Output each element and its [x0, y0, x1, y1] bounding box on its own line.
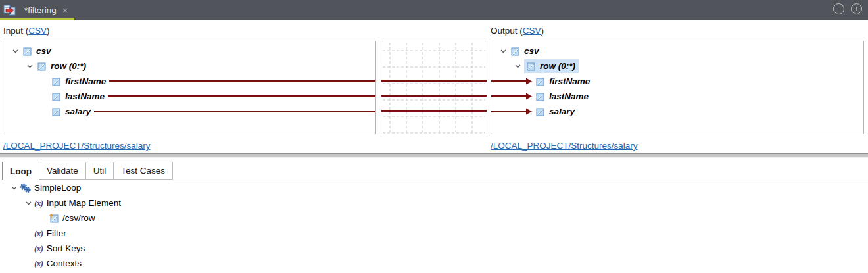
loop-tree: SimpleLoop(x)Input Map Element/csv/row(x…: [0, 180, 868, 271]
selected-node: row (0:*): [524, 59, 579, 73]
close-tab-icon[interactable]: ×: [62, 5, 68, 16]
element-icon: [510, 46, 520, 57]
connection-arrow: [491, 89, 535, 104]
minimize-view-button[interactable]: −: [833, 3, 844, 14]
xpath-icon: (x): [34, 243, 43, 254]
xpath-icon: (x): [34, 198, 43, 209]
node: salary: [535, 105, 575, 118]
connection-arrow: [491, 74, 535, 89]
mapping-file-icon: [3, 5, 16, 16]
node-label: SimpleLoop: [34, 183, 81, 193]
tree-node-contexts[interactable]: (x)Contexts: [0, 256, 868, 271]
node-label: row (0:*): [540, 61, 575, 71]
node: salary: [51, 105, 91, 118]
tree-node-sort-keys[interactable]: (x)Sort Keys: [0, 241, 868, 256]
node: csv: [22, 44, 51, 58]
tree-node-salary[interactable]: salary: [491, 104, 863, 119]
input-csv-link[interactable]: CSV: [28, 26, 47, 36]
expander-icon[interactable]: [8, 186, 20, 190]
maximize-view-button[interactable]: +: [851, 3, 862, 14]
output-header: Output (CSV): [491, 26, 544, 36]
node-label: Contexts: [47, 259, 82, 268]
element-icon: [525, 61, 536, 72]
connection-line: [94, 111, 375, 112]
tree-node-row-0[interactable]: row (0:*): [3, 59, 375, 74]
tree-node-simpleloop[interactable]: SimpleLoop: [0, 180, 868, 195]
node-label: /csv/row: [62, 213, 95, 223]
node: lastName: [51, 89, 105, 103]
tab-validate[interactable]: Validate: [39, 162, 86, 180]
mapping-canvas-grid: [381, 41, 487, 134]
tree-node-csv[interactable]: csv: [3, 43, 375, 59]
mapping-canvas[interactable]: [381, 41, 487, 134]
element-icon: [22, 46, 32, 57]
tree-node-firstname[interactable]: firstName: [491, 74, 863, 89]
node: csv: [510, 44, 539, 58]
tree-node-filter[interactable]: (x)Filter: [0, 226, 868, 241]
bottom-tab-bar: LoopValidateUtilTest Cases: [0, 162, 868, 180]
tree-node-csv[interactable]: csv: [491, 43, 863, 59]
horizontal-sash[interactable]: [0, 153, 868, 158]
node-label: firstName: [65, 76, 106, 86]
node-label: csv: [36, 46, 51, 56]
tree-node-row-0[interactable]: row (0:*): [491, 59, 863, 74]
output-structure-link[interactable]: /LOCAL_PROJECT/Structures/salary: [491, 141, 638, 151]
xpath-icon: (x): [34, 259, 43, 269]
gears-icon: [20, 183, 31, 193]
connection-line: [108, 95, 375, 97]
xpath-icon: (x): [34, 228, 43, 239]
tab-label: *filtering: [24, 5, 57, 15]
tab-test-cases[interactable]: Test Cases: [114, 162, 173, 180]
tree-node-csv-row[interactable]: /csv/row: [0, 211, 868, 226]
expander-icon[interactable]: [496, 49, 510, 53]
element-icon: [535, 107, 545, 117]
editor-tab-bar: *filtering × − +: [0, 0, 868, 20]
input-structure-link[interactable]: /LOCAL_PROJECT/Structures/salary: [3, 141, 151, 151]
expander-icon[interactable]: [511, 64, 524, 68]
output-structure-panel: csvrow (0:*)firstNamelastNamesalary: [491, 41, 864, 134]
tree-node-firstname[interactable]: firstName: [3, 74, 375, 89]
node-label: row (0:*): [51, 61, 86, 71]
tab-loop[interactable]: Loop: [2, 162, 39, 180]
tree-node-lastname[interactable]: lastName: [3, 89, 375, 104]
active-tab-underline: [0, 18, 74, 20]
element-icon: [51, 91, 61, 102]
node-label: Filter: [47, 228, 66, 238]
tree-node-salary[interactable]: salary: [3, 104, 375, 119]
node-label: lastName: [65, 91, 105, 101]
element-icon: [51, 107, 61, 117]
node-label: firstName: [549, 76, 590, 86]
connection-line: [109, 80, 375, 82]
element-icon: [535, 91, 545, 102]
tab-util[interactable]: Util: [86, 162, 114, 180]
tab-filtering[interactable]: *filtering ×: [0, 0, 76, 20]
node: firstName: [51, 74, 106, 88]
element-icon: [36, 61, 47, 72]
output-header-text: Output (: [491, 26, 523, 36]
node-label: salary: [549, 107, 575, 116]
output-header-text-close: ): [541, 26, 544, 36]
node-label: csv: [524, 46, 539, 56]
connection-arrow: [491, 104, 535, 119]
input-header-text: Input (: [3, 26, 28, 36]
expander-icon[interactable]: [22, 201, 34, 205]
node-label: salary: [65, 107, 91, 116]
tree-node-input-map-element[interactable]: (x)Input Map Element: [0, 195, 868, 211]
loop-element-icon: [49, 213, 59, 224]
node-label: Input Map Element: [47, 198, 121, 208]
element-icon: [535, 76, 545, 87]
input-header-text-close: ): [47, 26, 50, 36]
node: lastName: [535, 89, 589, 103]
input-structure-panel: csvrow (0:*)firstNamelastNamesalary: [3, 41, 376, 134]
node-label: Sort Keys: [47, 243, 85, 253]
node: row (0:*): [36, 59, 86, 73]
expander-icon[interactable]: [9, 49, 22, 53]
node-label: lastName: [549, 91, 589, 101]
node: firstName: [535, 74, 590, 88]
expander-icon[interactable]: [23, 64, 36, 68]
element-icon: [51, 76, 61, 87]
tree-node-lastname[interactable]: lastName: [491, 89, 863, 104]
input-header: Input (CSV): [3, 26, 50, 36]
output-csv-link[interactable]: CSV: [523, 26, 541, 36]
